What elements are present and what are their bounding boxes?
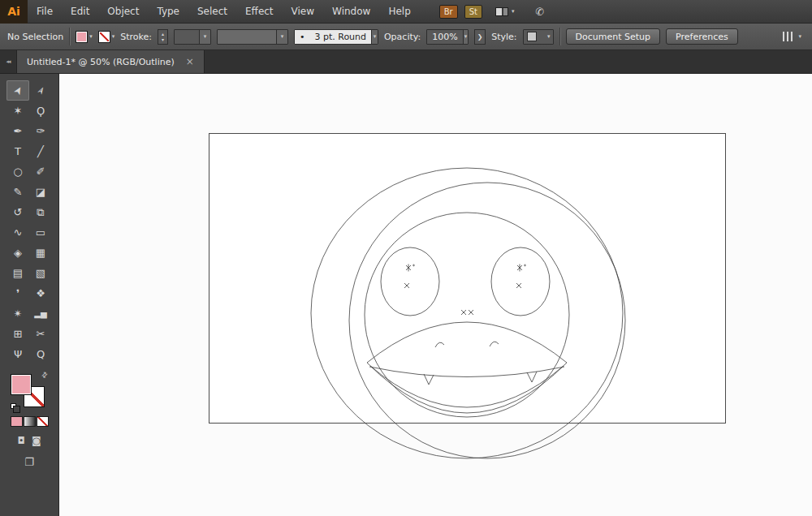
- menu-help[interactable]: Help: [379, 0, 419, 24]
- tool-grid: ➤ ➢ ✶ Ϙ ✒ ✑ T ╱ ○ ✐ ✎ ◪ ↺ ⧉ ∿ ▭ ◈ ▦ ▤ ▧ …: [6, 80, 52, 364]
- opacity-panel-button[interactable]: ❯: [474, 29, 486, 45]
- chevron-down-icon: ▾: [276, 30, 287, 44]
- chevron-down-icon: ▾: [463, 30, 469, 44]
- menu-edit[interactable]: Edit: [62, 0, 98, 24]
- gradient-tool[interactable]: ▧: [29, 263, 52, 283]
- cs-live-icon[interactable]: ✆: [536, 6, 545, 18]
- selection-tool[interactable]: ➤: [6, 80, 29, 101]
- shape-builder-tool[interactable]: ◈: [6, 243, 29, 263]
- menu-effect[interactable]: Effect: [236, 0, 283, 24]
- draw-behind-icon[interactable]: ◙: [32, 435, 41, 446]
- eyedropper-tool[interactable]: ❜: [6, 283, 29, 303]
- chevron-down-icon: ▾: [547, 33, 551, 40]
- rotate-tool[interactable]: ↺: [6, 202, 29, 222]
- collapse-panel-icon[interactable]: ◂◂: [0, 50, 16, 73]
- blob-brush-tool[interactable]: ✑: [29, 121, 52, 141]
- menu-view[interactable]: View: [283, 0, 323, 24]
- pencil-tool[interactable]: ✎: [6, 182, 29, 202]
- style-select[interactable]: ▾: [523, 29, 554, 45]
- fill-stroke-indicator: ⇄: [11, 372, 48, 409]
- fill-swatch-icon: [76, 31, 88, 43]
- menu-select[interactable]: Select: [188, 0, 236, 24]
- direct-selection-tool-icon: ➢: [33, 84, 48, 97]
- chevron-down-icon: ▾: [512, 8, 515, 15]
- default-fill-stroke-icon[interactable]: [11, 403, 16, 409]
- stock-button[interactable]: St: [464, 5, 482, 19]
- gradient-button[interactable]: [24, 416, 36, 427]
- free-transform-tool[interactable]: ▭: [29, 222, 52, 243]
- chevron-down-icon: ▾: [199, 30, 210, 44]
- workspace-icon: [495, 7, 508, 16]
- selection-tool-icon: ➤: [11, 84, 25, 97]
- fill-color-picker[interactable]: ▾: [76, 31, 93, 43]
- screen-mode-icon[interactable]: ❐: [24, 456, 34, 468]
- artwork-outline-view[interactable]: [59, 74, 812, 516]
- stroke-label[interactable]: Stroke:: [120, 32, 152, 42]
- align-options[interactable]: ▾: [783, 32, 805, 41]
- width-tool[interactable]: ∿: [6, 222, 29, 243]
- menu-type[interactable]: Type: [148, 0, 188, 24]
- blend-tool[interactable]: ❖: [29, 283, 52, 303]
- control-bar: No Selection ▾ ▾ Stroke: ▴ ▾ ▾ ▾ • 3 pt.…: [0, 24, 812, 50]
- chevron-down-icon: ▾: [798, 33, 801, 40]
- close-tab-icon[interactable]: ×: [186, 56, 194, 67]
- zoom-tool[interactable]: Q: [29, 344, 52, 364]
- canvas[interactable]: [59, 74, 812, 516]
- lasso-tool[interactable]: Ϙ: [29, 101, 52, 121]
- style-label[interactable]: Style:: [491, 32, 516, 42]
- type-tool[interactable]: T: [6, 141, 29, 161]
- bridge-button[interactable]: Br: [439, 5, 458, 19]
- color-button[interactable]: [11, 416, 23, 427]
- preferences-button[interactable]: Preferences: [666, 28, 738, 45]
- workspace-switcher[interactable]: ▾: [495, 7, 515, 16]
- fill-proxy[interactable]: [11, 374, 32, 395]
- direct-selection-tool[interactable]: ➢: [29, 80, 52, 101]
- selection-status: No Selection: [7, 32, 63, 42]
- stroke-none-swatch-icon: [98, 31, 110, 43]
- eraser-tool[interactable]: ◪: [29, 182, 52, 202]
- hand-tool[interactable]: Ψ: [6, 344, 29, 364]
- none-button[interactable]: [37, 416, 49, 427]
- stepper-up-icon: ▴: [162, 31, 164, 37]
- perspective-grid-tool[interactable]: ▦: [29, 243, 52, 263]
- drawing-mode-buttons: ◘ ◙: [17, 435, 41, 446]
- ellipse-tool[interactable]: ○: [6, 161, 29, 182]
- symbol-sprayer-tool[interactable]: ✴: [6, 303, 29, 324]
- mesh-tool[interactable]: ▤: [6, 263, 29, 283]
- opacity-value: 100%: [427, 32, 462, 42]
- brush-bullet: •: [295, 32, 310, 42]
- magic-wand-tool[interactable]: ✶: [6, 101, 29, 121]
- illustrator-logo: Ai: [0, 0, 28, 24]
- opacity-label[interactable]: Opacity:: [384, 32, 421, 42]
- artboard[interactable]: [209, 134, 726, 424]
- swap-fill-stroke-icon[interactable]: ⇄: [40, 370, 50, 380]
- pen-tool[interactable]: ✒: [6, 121, 29, 141]
- draw-normal-icon[interactable]: ◘: [17, 435, 25, 446]
- stroke-weight-stepper[interactable]: ▴ ▾: [158, 29, 168, 45]
- slice-tool[interactable]: ✂: [29, 324, 52, 344]
- divider: [69, 28, 70, 45]
- brush-definition-select[interactable]: ▾: [217, 29, 288, 45]
- paintbrush-tool[interactable]: ✐: [29, 161, 52, 182]
- menu-object[interactable]: Object: [98, 0, 148, 24]
- line-segment-tool[interactable]: ╱: [29, 141, 52, 161]
- menu-file[interactable]: File: [28, 0, 62, 24]
- artboard-tool[interactable]: ⊞: [6, 324, 29, 344]
- stroke-color-picker[interactable]: ▾: [98, 31, 115, 43]
- brush-profile-select[interactable]: • 3 pt. Round ▾: [294, 29, 378, 45]
- document-tab[interactable]: Untitled-1* @ 50% (RGB/Outline) ×: [16, 50, 205, 73]
- scale-tool[interactable]: ⧉: [29, 202, 52, 222]
- stroke-weight-select[interactable]: ▾: [174, 29, 211, 45]
- document-tab-title: Untitled-1* @ 50% (RGB/Outline): [27, 57, 175, 67]
- align-icon: [783, 32, 795, 41]
- chevron-down-icon: ▾: [371, 30, 378, 44]
- chevron-down-icon: ▾: [112, 33, 115, 40]
- menu-window[interactable]: Window: [323, 0, 379, 24]
- column-graph-tool[interactable]: ▂▅: [29, 303, 52, 324]
- paint-mode-buttons: [11, 416, 49, 427]
- brush-profile-value: 3 pt. Round: [309, 32, 371, 42]
- chevron-down-icon: ▾: [89, 33, 93, 40]
- document-setup-button[interactable]: Document Setup: [566, 28, 661, 45]
- opacity-select[interactable]: 100% ▾: [426, 29, 469, 45]
- document-tab-bar: ◂◂ Untitled-1* @ 50% (RGB/Outline) ×: [0, 50, 812, 74]
